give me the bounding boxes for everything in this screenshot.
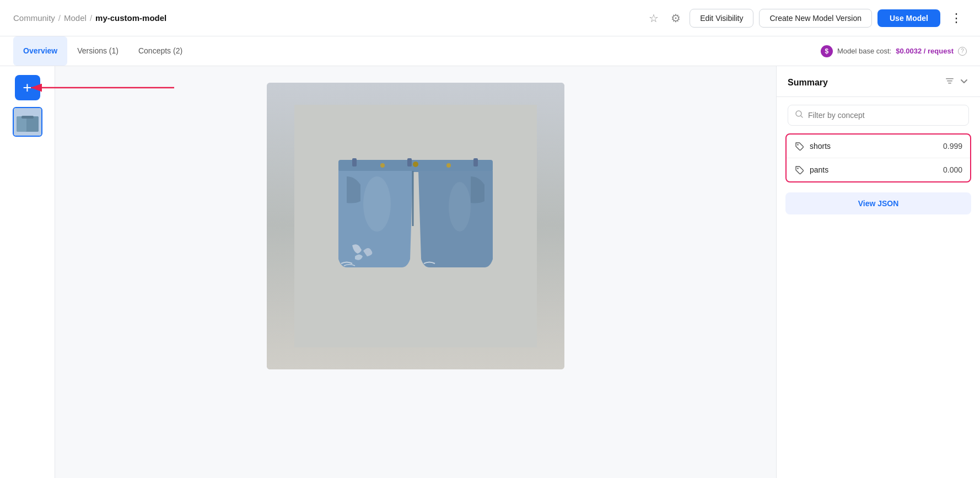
- svg-point-15: [446, 163, 451, 168]
- svg-line-22: [801, 116, 803, 117]
- cost-label: Model base cost:: [837, 47, 891, 55]
- view-json-button[interactable]: View JSON: [785, 192, 971, 214]
- tab-overview[interactable]: Overview: [13, 36, 67, 66]
- cost-value: $0.0032 / request: [896, 47, 954, 55]
- star-button[interactable]: ☆: [645, 8, 662, 28]
- concept-score-shorts: 0.999: [943, 142, 962, 151]
- tabs-bar: Overview Versions (1) Concepts (2) $ Mod…: [0, 36, 980, 66]
- chevron-down-icon: [959, 76, 969, 86]
- filter-controls-button[interactable]: [945, 76, 955, 89]
- svg-rect-18: [946, 78, 954, 79]
- settings-button[interactable]: ⚙: [667, 8, 684, 28]
- gear-icon: ⚙: [671, 12, 681, 25]
- concept-score-pants: 0.000: [943, 165, 962, 174]
- help-icon[interactable]: ?: [958, 47, 967, 56]
- filter-icon: [945, 76, 955, 86]
- breadcrumb-current: my-custom-model: [95, 13, 166, 23]
- edit-visibility-button[interactable]: Edit Visibility: [690, 9, 753, 28]
- dollar-icon: $: [825, 47, 829, 55]
- preview-image-box: [267, 83, 564, 369]
- svg-point-13: [380, 163, 385, 168]
- breadcrumb-model[interactable]: Model: [64, 13, 87, 23]
- svg-rect-5: [29, 116, 39, 132]
- summary-title: Summary: [788, 78, 828, 88]
- cost-icon: $: [821, 45, 833, 57]
- svg-rect-12: [473, 158, 478, 167]
- collapse-button[interactable]: [959, 76, 969, 89]
- thumbnail-panel: +: [0, 66, 55, 478]
- svg-rect-20: [948, 83, 951, 84]
- tag-icon-pants: [794, 165, 804, 175]
- tab-versions[interactable]: Versions (1): [67, 36, 128, 66]
- breadcrumb-sep1: /: [58, 13, 61, 23]
- concepts-list: shorts 0.999 pants 0.000: [785, 133, 971, 182]
- svg-point-14: [413, 162, 418, 167]
- image-preview: [55, 66, 776, 478]
- use-model-button[interactable]: Use Model: [877, 9, 940, 27]
- shorts-image-svg: [294, 105, 537, 347]
- svg-rect-19: [947, 80, 952, 82]
- svg-point-16: [363, 176, 391, 232]
- star-icon: ☆: [649, 12, 659, 25]
- summary-controls: [945, 76, 969, 89]
- create-version-button[interactable]: Create New Model Version: [759, 9, 872, 28]
- tab-concepts[interactable]: Concepts (2): [128, 36, 192, 66]
- header: Community / Model / my-custom-model ☆ ⚙ …: [0, 0, 980, 36]
- svg-point-24: [797, 168, 798, 169]
- add-image-button[interactable]: +: [15, 75, 40, 100]
- breadcrumb-community[interactable]: Community: [13, 13, 55, 23]
- breadcrumb-sep2: /: [90, 13, 92, 23]
- svg-rect-6: [21, 116, 34, 119]
- tabs: Overview Versions (1) Concepts (2): [13, 36, 192, 66]
- svg-rect-7: [294, 105, 537, 347]
- concept-name-pants: pants: [810, 165, 938, 174]
- more-button[interactable]: ⋮: [946, 9, 967, 28]
- svg-rect-11: [407, 158, 412, 167]
- search-bar: [788, 105, 969, 126]
- model-cost: $ Model base cost: $0.0032 / request ?: [821, 45, 967, 57]
- svg-point-23: [797, 144, 798, 145]
- svg-point-17: [449, 182, 471, 232]
- plus-icon: +: [23, 79, 31, 96]
- thumbnail-image[interactable]: [13, 107, 42, 137]
- svg-rect-4: [17, 116, 26, 132]
- concept-row-pants[interactable]: pants 0.000: [787, 158, 970, 181]
- breadcrumb: Community / Model / my-custom-model: [13, 13, 166, 23]
- summary-panel: Summary: [776, 66, 980, 478]
- concept-row-shorts[interactable]: shorts 0.999: [787, 135, 970, 158]
- search-icon: [795, 110, 804, 121]
- concept-name-shorts: shorts: [810, 142, 938, 151]
- main-content: +: [0, 66, 980, 478]
- header-actions: ☆ ⚙ Edit Visibility Create New Model Ver…: [645, 8, 967, 28]
- tag-icon-shorts: [794, 141, 804, 151]
- floor-background: [267, 83, 564, 369]
- svg-rect-10: [352, 158, 357, 167]
- thumbnail-svg: [14, 108, 41, 136]
- more-icon: ⋮: [950, 11, 962, 25]
- summary-header: Summary: [777, 66, 980, 97]
- filter-concepts-input[interactable]: [808, 111, 962, 120]
